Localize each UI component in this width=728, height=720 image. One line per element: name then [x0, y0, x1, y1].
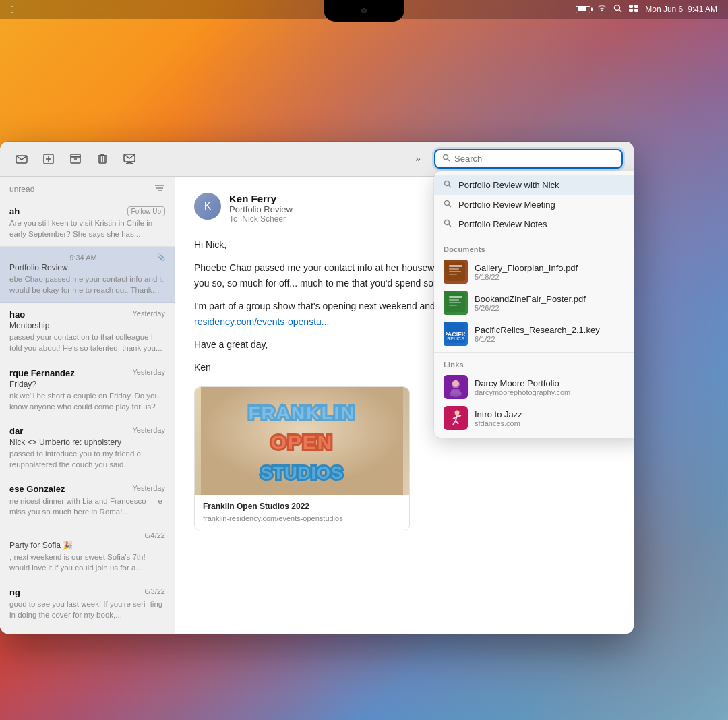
mail-list-item[interactable]: 9:34 AM 📎 Portfolio Review ebe Chao pass…	[0, 247, 175, 303]
svg-line-22	[449, 205, 452, 208]
link-info-1: Darcy Moore Portfolio darcymoorephotogra…	[475, 378, 570, 396]
email-image: FRANKLIN FRANKLIN OPEN OPEN STUDIOS STUD…	[195, 387, 409, 495]
link-item-1[interactable]: Darcy Moore Portfolio darcymoorephotogra…	[434, 371, 634, 402]
wifi-icon	[597, 5, 607, 14]
doc-thumbnail-2	[444, 291, 468, 315]
doc-item-2[interactable]: BookandZineFair_Poster.pdf 5/26/22	[434, 287, 634, 318]
svg-rect-11	[71, 154, 80, 157]
mail-preview: ebe Chao passed me your contact info and…	[9, 274, 165, 295]
follow-up-badge: Follow Up	[127, 206, 165, 216]
mail-list-item[interactable]: rque Fernandez Yesterday Friday? nk we'l…	[0, 361, 175, 419]
mail-list-item[interactable]: ah Follow Up Are you still keen to visit…	[0, 200, 175, 247]
link-name-1: Darcy Moore Portfolio	[475, 378, 570, 388]
svg-rect-4	[629, 9, 633, 12]
svg-rect-2	[629, 5, 633, 8]
compose-button[interactable]	[38, 148, 59, 170]
mail-list-item[interactable]: hao Yesterday Mentorship passed your con…	[0, 303, 175, 361]
mail-date: 9:34 AM	[69, 253, 96, 262]
svg-line-18	[448, 159, 450, 162]
svg-point-23	[445, 220, 450, 225]
suggestion-item-2[interactable]: Portfolio Review Meeting	[434, 195, 634, 214]
filter-button[interactable]	[154, 183, 165, 196]
doc-name-1: Gallery_Floorplan_Info.pdf	[475, 263, 578, 273]
svg-rect-32	[449, 299, 459, 301]
svg-rect-34	[449, 305, 457, 306]
suggestion-item-3[interactable]: Portfolio Review Notes	[434, 214, 634, 234]
svg-rect-5	[634, 9, 638, 12]
search-dropdown: Portfolio Review with Nick Portfolio Rev…	[434, 171, 634, 438]
link-item-2[interactable]: Intro to Jazz sfdances.com	[434, 402, 634, 433]
svg-rect-33	[449, 302, 461, 303]
mail-date: Yesterday	[132, 484, 165, 492]
mail-preview: good to see you last week! If you're ser…	[9, 599, 165, 620]
mail-window: »	[0, 142, 634, 634]
svg-text:OPEN: OPEN	[270, 431, 333, 453]
menu-bar-left: 	[11, 4, 14, 15]
mag-icon-2	[444, 200, 452, 210]
doc-name-3: PacificRelics_Research_2.1.key	[475, 325, 600, 335]
email-subject: Portfolio Review	[229, 204, 293, 214]
mail-sidebar: unread ah Follow Up Are you still keen t…	[0, 177, 175, 634]
datetime-display: Mon Jun 6 9:41 AM	[645, 5, 717, 14]
suggestion-item-1[interactable]: Portfolio Review with Nick	[434, 175, 634, 195]
archive-button[interactable]	[65, 148, 86, 170]
svg-rect-26	[449, 265, 462, 267]
mail-list-item[interactable]: 6/4/22 Party for Sofia 🎉 , next weekend …	[0, 524, 175, 580]
svg-rect-29	[449, 274, 457, 275]
doc-info-3: PacificRelics_Research_2.1.key 6/1/22	[475, 325, 600, 343]
doc-item-1[interactable]: Gallery_Floorplan_Info.pdf 5/18/22	[434, 256, 634, 287]
suggestion-text-2: Portfolio Review Meeting	[458, 200, 555, 210]
mail-toolbar: »	[0, 142, 634, 177]
caption-title: Franklin Open Studios 2022	[203, 500, 401, 513]
search-container: Portfolio Review with Nick Portfolio Rev…	[434, 149, 623, 169]
svg-text:RELICS: RELICS	[447, 336, 464, 341]
mail-sender: hao	[9, 309, 25, 320]
svg-line-24	[449, 224, 452, 227]
link-info-2: Intro to Jazz sfdances.com	[475, 409, 522, 427]
mail-subject: Party for Sofia 🎉	[9, 541, 165, 550]
email-image-card[interactable]: FRANKLIN FRANKLIN OPEN OPEN STUDIOS STUD…	[194, 386, 410, 531]
doc-item-3[interactable]: PACIFIC RELICS PacificRelics_Research_2.…	[434, 318, 634, 349]
email-to: To: Nick Scheer	[229, 214, 293, 224]
mail-date: Yesterday	[132, 309, 165, 318]
suggestion-text-1: Portfolio Review with Nick	[458, 180, 559, 190]
mail-sender: ese Gonzalez	[9, 484, 65, 494]
sender-avatar: K	[194, 193, 221, 220]
mail-date: 6/4/22	[144, 531, 165, 539]
apple-menu[interactable]: 	[11, 4, 14, 15]
mag-icon-3	[444, 219, 452, 229]
divider-2	[434, 352, 634, 353]
mail-preview: nk we'll be short a couple on Friday. Do…	[9, 390, 165, 412]
mail-sender: ah	[9, 206, 20, 216]
svg-rect-42	[451, 389, 460, 394]
svg-rect-28	[449, 271, 461, 272]
more-toolbar-button[interactable]: »	[407, 148, 429, 170]
control-center-icon[interactable]	[629, 5, 638, 14]
junk-button[interactable]	[119, 148, 140, 170]
mail-preview: passed your contact on to that colleague…	[9, 332, 165, 353]
caption-url: franklin-residency.com/events-openstudio…	[203, 513, 401, 525]
mail-date: Yesterday	[132, 426, 165, 434]
sender-name: Ken Ferry	[229, 193, 293, 204]
suggestion-text-3: Portfolio Review Notes	[458, 219, 547, 229]
get-mail-button[interactable]	[11, 148, 32, 170]
mail-preview: , next weekend is our sweet Sofia's 7th!…	[9, 551, 165, 573]
mail-subject: Portfolio Review	[9, 263, 165, 272]
doc-thumbnail-1	[444, 260, 468, 284]
link-thumbnail-1	[444, 375, 468, 399]
mail-list-item[interactable]: ese Gonzalez Yesterday ne nicest dinner …	[0, 477, 175, 524]
search-menu-icon[interactable]	[613, 4, 622, 15]
mail-preview: ne nicest dinner with Lia and Francesco …	[9, 496, 165, 517]
search-input[interactable]	[454, 154, 615, 164]
menu-bar-right: Mon Jun 6 9:41 AM	[576, 4, 717, 15]
delete-button[interactable]	[92, 148, 113, 170]
search-input-wrapper	[434, 149, 623, 169]
divider-1	[434, 237, 634, 237]
doc-thumbnail-3: PACIFIC RELICS	[444, 322, 468, 346]
mail-list-item[interactable]: ng 6/3/22 good to see you last week! If …	[0, 580, 175, 628]
mail-list-item[interactable]: dar Yesterday Nick <> Umberto re: uphols…	[0, 419, 175, 477]
link-url-1: darcymoorephotography.com	[475, 388, 570, 396]
mail-sender: rque Fernandez	[9, 368, 75, 378]
doc-info-1: Gallery_Floorplan_Info.pdf 5/18/22	[475, 263, 578, 281]
links-section-header: Links	[434, 355, 634, 371]
